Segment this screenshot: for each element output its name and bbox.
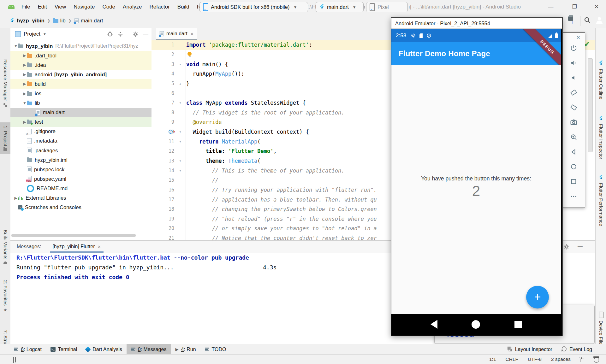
chevron-down-icon[interactable]: ▼ bbox=[43, 32, 46, 36]
sidebar-item-1-project[interactable]: 1: Project bbox=[0, 122, 10, 154]
menu-item-refactor[interactable]: Refactor bbox=[146, 0, 174, 14]
emulator-rotate-right-button[interactable] bbox=[569, 103, 578, 112]
tree-row-test[interactable]: ▶▶test bbox=[10, 117, 152, 127]
emulator-back-button[interactable] bbox=[569, 147, 578, 156]
tree-row--gitignore[interactable]: ⊘.gitignore bbox=[10, 127, 152, 136]
sidebar-item-2-favorites[interactable]: 2: Favorites★ bbox=[0, 280, 10, 312]
tree-row-hyzp_yibin[interactable]: ▼hyzp_yibinR:\FlutterProject\FlutterProj… bbox=[10, 41, 152, 51]
menu-item-edit[interactable]: Edit bbox=[34, 0, 50, 14]
window-close-button[interactable]: ✕ bbox=[587, 0, 606, 14]
emulator-more-button[interactable] bbox=[569, 192, 578, 201]
status-line-ending[interactable]: CRLF bbox=[506, 356, 518, 362]
hide-panel-icon[interactable]: — bbox=[143, 31, 148, 37]
locate-file-icon[interactable] bbox=[107, 31, 113, 37]
tab-0-messages[interactable]: 0: Messages bbox=[127, 344, 171, 355]
close-tab-icon[interactable]: ✕ bbox=[98, 244, 101, 249]
tree-row-External-Libraries[interactable]: ▶External Libraries bbox=[10, 193, 152, 203]
sdk-manager-button[interactable]: ↓ bbox=[568, 16, 574, 24]
chevron-right-icon[interactable]: ▶ bbox=[14, 196, 18, 200]
tab-4-run[interactable]: ▶4: Run bbox=[171, 344, 200, 355]
fold-marker-icon[interactable]: ▾ bbox=[174, 130, 186, 134]
fold-marker-icon[interactable]: ▾ bbox=[174, 168, 186, 173]
sidebar-item-flutter-inspector[interactable]: Flutter Inspector bbox=[596, 115, 606, 159]
tab-main-dart[interactable]: main.dart ✕ bbox=[156, 28, 197, 40]
chevron-right-icon[interactable]: ▶ bbox=[22, 72, 27, 77]
menu-item-analyze[interactable]: Analyze bbox=[119, 0, 146, 14]
tree-row-Scratches-and-Consoles[interactable]: ›Scratches and Consoles bbox=[10, 203, 152, 212]
tab-layout-inspector[interactable]: Layout Inspector bbox=[502, 344, 557, 355]
sidebar-item-resource-manager[interactable]: Resource Manager bbox=[0, 59, 10, 107]
chevron-right-icon[interactable]: ▶ bbox=[22, 82, 27, 86]
window-restore-button[interactable]: ❐ bbox=[565, 0, 584, 14]
emulator-overview-button[interactable] bbox=[569, 177, 578, 186]
sidebar-item-flutter-performance[interactable]: Flutter Performance bbox=[596, 174, 606, 226]
emulator-home-button[interactable] bbox=[569, 162, 578, 171]
tool-window-toggle-icon[interactable] bbox=[13, 357, 14, 363]
tree-row-pubspec-yaml[interactable]: YMLpubspec.yaml bbox=[10, 174, 152, 184]
chevron-down-icon[interactable]: ▼ bbox=[14, 44, 18, 48]
horizontal-scrollbar[interactable] bbox=[11, 234, 136, 237]
overview-button[interactable] bbox=[514, 321, 522, 328]
emulator-screen[interactable]: 2:58 Flutter Demo Home Page DEBUG You ha… bbox=[391, 29, 561, 334]
menu-item-build[interactable]: Build bbox=[174, 0, 193, 14]
menu-item-view[interactable]: View bbox=[51, 0, 70, 14]
home-button[interactable] bbox=[472, 320, 480, 329]
increment-fab-button[interactable]: + bbox=[526, 286, 549, 308]
back-button[interactable] bbox=[431, 320, 437, 329]
close-tab-icon[interactable]: ✕ bbox=[190, 32, 194, 36]
window-minimize-button[interactable]: — bbox=[541, 0, 560, 14]
device-selector-dropdown[interactable]: Android SDK built for x86 (mobile) ▼ bbox=[199, 2, 308, 12]
tab-terminal[interactable]: >_Terminal bbox=[46, 344, 81, 355]
menu-item-navigate[interactable]: Navigate bbox=[70, 0, 98, 14]
chevron-right-icon[interactable]: ▶ bbox=[22, 91, 27, 96]
collapse-all-icon[interactable] bbox=[117, 31, 123, 37]
gear-icon[interactable] bbox=[563, 244, 569, 250]
emulator-toolbar-close-button[interactable]: ✕ bbox=[576, 35, 580, 40]
tab-event-log[interactable]: Event Log bbox=[557, 344, 597, 355]
emulator-volume-up-button[interactable] bbox=[569, 58, 578, 67]
target-device-dropdown[interactable]: Pixel bbox=[366, 2, 408, 12]
chevron-down-icon[interactable]: ▼ bbox=[22, 101, 27, 105]
console-file-link[interactable]: R:\Flutter\FlutterSDK\flutter\bin\flutte… bbox=[16, 254, 170, 261]
breadcrumb-item-hyzp_yibin[interactable]: hyzp_yibin bbox=[9, 17, 45, 24]
status-caret-position[interactable]: 1:1 bbox=[489, 356, 496, 362]
fold-marker-icon[interactable]: ▾ bbox=[174, 62, 186, 67]
tree-row-ios[interactable]: ▶ios bbox=[10, 89, 152, 98]
menu-item-code[interactable]: Code bbox=[98, 0, 119, 14]
tree-row--idea[interactable]: ▶.idea bbox=[10, 60, 152, 70]
status-encoding[interactable]: UTF-8 bbox=[528, 356, 542, 362]
inspection-profile-icon[interactable] bbox=[594, 357, 599, 363]
fold-marker-icon[interactable]: ▾ bbox=[174, 101, 186, 105]
gear-icon[interactable] bbox=[133, 31, 139, 37]
editor-scrollbar[interactable] bbox=[588, 58, 593, 152]
run-config-dropdown[interactable]: main.dart ▼ bbox=[316, 2, 364, 12]
search-everywhere-button[interactable] bbox=[584, 17, 591, 25]
fold-marker-icon[interactable]: ▴ bbox=[174, 81, 186, 86]
breadcrumb-item-main-dart[interactable]: main.dart bbox=[74, 18, 103, 24]
tab-todo[interactable]: TODO bbox=[200, 344, 231, 355]
menu-item-file[interactable]: File bbox=[18, 0, 34, 14]
chevron-right-icon[interactable]: ▶ bbox=[22, 120, 27, 124]
override-marker-icon[interactable]: ↑ bbox=[169, 130, 175, 134]
tab-dart-analysis[interactable]: Dart Analysis bbox=[81, 344, 126, 355]
status-indent-setting[interactable]: 2 spaces bbox=[551, 356, 571, 362]
tree-row-pubspec-lock[interactable]: pubspec.lock bbox=[10, 165, 152, 174]
tree-row--packages[interactable]: .packages bbox=[10, 146, 152, 155]
emulator-volume-down-button[interactable] bbox=[569, 73, 578, 82]
hide-panel-icon[interactable]: — bbox=[578, 244, 583, 250]
unlock-icon[interactable] bbox=[580, 359, 584, 362]
tree-row-android[interactable]: ▶android[hyzp_yibin_android] bbox=[10, 70, 152, 79]
tree-row--dart_tool[interactable]: ▶.dart_tool bbox=[10, 51, 152, 60]
emulator-zoom-in-button[interactable] bbox=[569, 132, 578, 141]
emulator-camera-button[interactable] bbox=[569, 118, 578, 126]
tree-row-main-dart[interactable]: main.dart bbox=[10, 108, 152, 117]
intention-bulb-icon[interactable] bbox=[187, 52, 192, 56]
tree-row-hyzp_yibin-iml[interactable]: hyzp_yibin.iml bbox=[10, 155, 152, 165]
sidebar-item-flutter-outline[interactable]: Flutter Outline bbox=[596, 60, 606, 99]
emulator-toolbar-minimize-button[interactable]: – bbox=[567, 35, 569, 40]
emulator-rotate-left-button[interactable] bbox=[569, 88, 578, 97]
breadcrumb-item-lib[interactable]: lib bbox=[53, 18, 66, 24]
tree-row-build[interactable]: ▶build bbox=[10, 79, 152, 89]
fold-marker-icon[interactable]: ▾ bbox=[174, 159, 186, 163]
fold-marker-icon[interactable]: ▾ bbox=[174, 139, 186, 144]
